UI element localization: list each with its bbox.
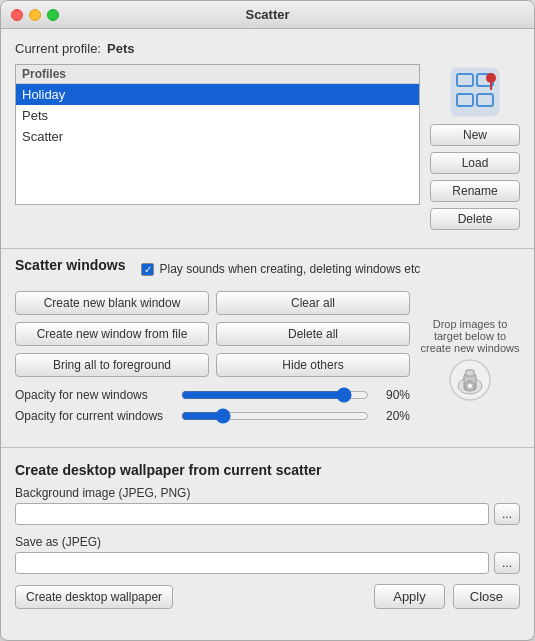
play-sounds-checkbox[interactable]: ✓ (141, 263, 154, 276)
maximize-traffic-light[interactable] (47, 9, 59, 21)
save-as-row: ... (15, 552, 520, 574)
play-sounds-label: Play sounds when creating, deleting wind… (159, 262, 420, 276)
wallpaper-title: Create desktop wallpaper from current sc… (15, 462, 520, 478)
create-wallpaper-button[interactable]: Create desktop wallpaper (15, 585, 173, 609)
opacity-new-slider[interactable] (181, 387, 369, 403)
scatter-windows-header: Scatter windows ✓ Play sounds when creat… (15, 257, 520, 281)
hide-others-button[interactable]: Hide others (216, 353, 410, 377)
divider-1 (1, 248, 534, 249)
bring-to-foreground-button[interactable]: Bring all to foreground (15, 353, 209, 377)
profile-item-pets[interactable]: Pets (16, 105, 419, 126)
svg-point-12 (468, 384, 472, 388)
delete-all-button[interactable]: Delete all (216, 322, 410, 346)
apply-button[interactable]: Apply (374, 584, 445, 609)
save-as-input[interactable] (15, 552, 489, 574)
windows-section: Create new blank window Clear all Create… (15, 291, 520, 429)
opacity-new-row: Opacity for new windows 90% (15, 387, 410, 403)
drop-icon (448, 358, 492, 402)
svg-rect-10 (466, 370, 474, 376)
profiles-list-header: Profiles (16, 65, 419, 84)
app-icon-area (430, 64, 520, 118)
bg-image-input[interactable] (15, 503, 489, 525)
titlebar: Scatter (1, 1, 534, 29)
svg-point-5 (486, 73, 496, 83)
minimize-traffic-light[interactable] (29, 9, 41, 21)
bottom-bar: Create desktop wallpaper Apply Close (15, 584, 520, 609)
opacity-current-row: Opacity for current windows 20% (15, 408, 410, 424)
profiles-list: Profiles Holiday Pets Scatter (15, 64, 420, 205)
app-icon (449, 66, 501, 118)
save-as-label: Save as (JPEG) (15, 535, 520, 549)
drop-images-area: Drop images to target below to create ne… (420, 291, 520, 429)
profile-row: Current profile: Pets (15, 41, 520, 56)
profiles-list-items: Holiday Pets Scatter (16, 84, 419, 204)
create-from-file-button[interactable]: Create new window from file (15, 322, 209, 346)
bg-image-label: Background image (JPEG, PNG) (15, 486, 520, 500)
new-profile-button[interactable]: New (430, 124, 520, 146)
close-button[interactable]: Close (453, 584, 520, 609)
opacity-new-label: Opacity for new windows (15, 388, 175, 402)
content-area: Current profile: Pets Profiles Holiday P… (1, 29, 534, 640)
play-sounds-checkbox-label[interactable]: ✓ Play sounds when creating, deleting wi… (141, 262, 420, 276)
top-area: Profiles Holiday Pets Scatter (15, 64, 520, 230)
wallpaper-section: Create desktop wallpaper from current sc… (15, 462, 520, 609)
opacity-current-slider[interactable] (181, 408, 369, 424)
load-profile-button[interactable]: Load (430, 152, 520, 174)
main-window: Scatter Current profile: Pets Profiles H… (0, 0, 535, 641)
opacity-new-value: 90% (375, 388, 410, 402)
profile-item-holiday[interactable]: Holiday (16, 84, 419, 105)
save-browse-button[interactable]: ... (494, 552, 520, 574)
profile-label: Current profile: (15, 41, 101, 56)
window-title: Scatter (245, 7, 289, 22)
window-buttons-grid: Create new blank window Clear all Create… (15, 291, 410, 377)
profile-item-scatter[interactable]: Scatter (16, 126, 419, 147)
clear-all-button[interactable]: Clear all (216, 291, 410, 315)
divider-2 (1, 447, 534, 448)
opacity-current-label: Opacity for current windows (15, 409, 175, 423)
current-profile-name: Pets (107, 41, 134, 56)
close-traffic-light[interactable] (11, 9, 23, 21)
scatter-windows-title: Scatter windows (15, 257, 125, 273)
create-blank-window-button[interactable]: Create new blank window (15, 291, 209, 315)
rename-profile-button[interactable]: Rename (430, 180, 520, 202)
traffic-lights (11, 9, 59, 21)
bg-image-row: ... (15, 503, 520, 525)
drop-images-text: Drop images to target below to create ne… (420, 318, 520, 354)
bg-browse-button[interactable]: ... (494, 503, 520, 525)
apply-close-buttons: Apply Close (374, 584, 520, 609)
delete-profile-button[interactable]: Delete (430, 208, 520, 230)
profiles-container: Profiles Holiday Pets Scatter (15, 64, 420, 230)
profile-buttons: New Load Rename Delete (430, 64, 520, 230)
windows-left: Create new blank window Clear all Create… (15, 291, 410, 429)
opacity-current-value: 20% (375, 409, 410, 423)
